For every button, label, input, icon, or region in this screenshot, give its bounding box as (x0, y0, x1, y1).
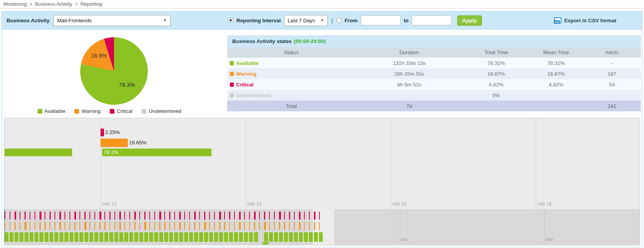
breadcrumb-item[interactable]: Business Activity (35, 1, 72, 7)
event-tick-critical (289, 212, 290, 220)
event-tick-warning (15, 222, 16, 230)
table-title: Business Activity states (00:00-24:00) (227, 35, 641, 47)
event-tick-available (224, 232, 228, 242)
from-date-input[interactable] (361, 15, 401, 25)
table-body: Available131h 33m 13s78.31%78.31%-Warnin… (227, 58, 641, 111)
legend-swatch (142, 109, 146, 114)
event-tick-critical (179, 212, 181, 220)
to-date-input[interactable] (412, 15, 452, 25)
event-tick-critical (104, 212, 105, 220)
event-tick-warning (249, 222, 250, 230)
legend-swatch (110, 109, 114, 114)
event-tick-critical (314, 212, 315, 220)
breadcrumb: Monitoring>Business Activity>Reporting (0, 0, 644, 8)
event-tick-warning (40, 222, 41, 230)
event-tick-warning (304, 222, 305, 230)
timeline-bar-available (5, 149, 72, 156)
event-tick-available (174, 232, 178, 242)
event-tick-critical (264, 212, 265, 220)
event-tick-critical (99, 212, 101, 220)
timeline-main-band[interactable]: sep 13sep 14sep 15sep 162.25%19.65%78.1% (4, 118, 640, 209)
pie-data-label: 78.3% (119, 82, 135, 88)
event-tick-available (79, 232, 83, 242)
day-axis-label: sep 14 (247, 201, 262, 207)
event-tick-available (15, 232, 18, 242)
event-tick-warning (204, 222, 206, 230)
chevron-down-icon: ▼ (320, 18, 324, 22)
event-tick-critical (10, 212, 10, 220)
column-header: Total Time (463, 50, 529, 55)
event-tick-warning (69, 222, 70, 230)
table-header-row: StatusDurationTotal TimeMean TimeAlerts (227, 47, 641, 58)
event-tick-available (239, 232, 243, 242)
alerts-cell: 54 (583, 82, 641, 88)
event-tick-warning (184, 222, 185, 230)
event-tick-available (164, 232, 168, 242)
legend-label: Undetermined (149, 108, 181, 114)
event-tick-critical (139, 212, 140, 220)
table-row: Undetermined0% (227, 90, 641, 101)
event-tick-available (74, 232, 78, 242)
alerts-cell: 241 (583, 103, 641, 109)
interval-select[interactable]: Last 7 Days ▼ (284, 15, 328, 26)
timeline-overview-band[interactable]: augsepoctnov (4, 209, 640, 245)
pie-data-label: 16.9% (91, 53, 107, 59)
event-tick-warning (94, 222, 95, 230)
apply-button[interactable]: Apply (457, 15, 482, 26)
event-tick-warning (20, 222, 20, 230)
event-tick-available (154, 232, 158, 242)
event-tick-critical (30, 212, 30, 220)
event-tick-critical (319, 212, 320, 220)
event-tick-critical (194, 212, 196, 220)
bam-reporting-page: Monitoring>Business Activity>Reporting B… (0, 0, 644, 248)
breadcrumb-item[interactable]: Monitoring (3, 1, 27, 7)
event-tick-warning (209, 222, 210, 230)
event-tick-available (20, 232, 23, 242)
custom-period-radio[interactable] (337, 18, 342, 23)
breadcrumb-item[interactable]: Reporting (81, 1, 102, 7)
day-axis-label: sep 13 (102, 201, 117, 207)
business-activity-select[interactable]: Mail-Frontends ▼ (53, 15, 170, 26)
simile-credit-link[interactable]: Timeline © SIMILE (4, 209, 5, 244)
status-label: Available (236, 60, 259, 66)
event-tick-critical (50, 212, 51, 220)
event-tick-available (229, 232, 233, 242)
event-tick-warning (169, 222, 170, 230)
status-cell: Undetermined (227, 93, 355, 98)
chevron-down-icon: ▼ (163, 18, 167, 22)
event-tick-critical (299, 212, 301, 220)
event-tick-critical (79, 212, 80, 220)
event-tick-critical (214, 212, 215, 220)
event-tick-available (199, 232, 203, 242)
event-tick-available (149, 232, 153, 242)
event-tick-warning (134, 222, 135, 230)
reporting-interval-radio[interactable] (228, 18, 233, 23)
timeline-bar-available (102, 149, 211, 156)
event-tick-available (219, 232, 223, 242)
legend-item: Critical (110, 108, 132, 114)
event-tick-available (209, 232, 213, 242)
duration-cell: 7d (355, 103, 463, 109)
event-tick-critical (25, 212, 26, 220)
export-csv-link[interactable]: csv Export in CSV format (554, 17, 616, 23)
event-tick-critical (144, 212, 145, 220)
event-tick-critical (204, 212, 205, 220)
event-tick-available (69, 232, 73, 242)
event-tick-available (134, 232, 138, 242)
event-tick-critical (40, 212, 41, 220)
event-tick-critical (15, 212, 16, 220)
event-tick-warning (239, 222, 241, 230)
event-tick-available (294, 232, 298, 242)
event-tick-available (169, 232, 173, 242)
event-tick-warning (224, 222, 225, 230)
event-tick-available (45, 232, 48, 242)
event-tick-critical (64, 212, 65, 220)
reporting-interval-label: Reporting Interval (236, 18, 281, 23)
event-tick-critical (20, 212, 20, 220)
event-tick-warning (229, 222, 230, 230)
simile-timeline: sep 13sep 14sep 15sep 162.25%19.65%78.1%… (4, 118, 640, 245)
event-tick-critical (219, 212, 221, 220)
event-tick-critical (109, 212, 111, 220)
event-tick-critical (234, 212, 235, 220)
mean-time-cell: 16.87% (529, 71, 583, 77)
